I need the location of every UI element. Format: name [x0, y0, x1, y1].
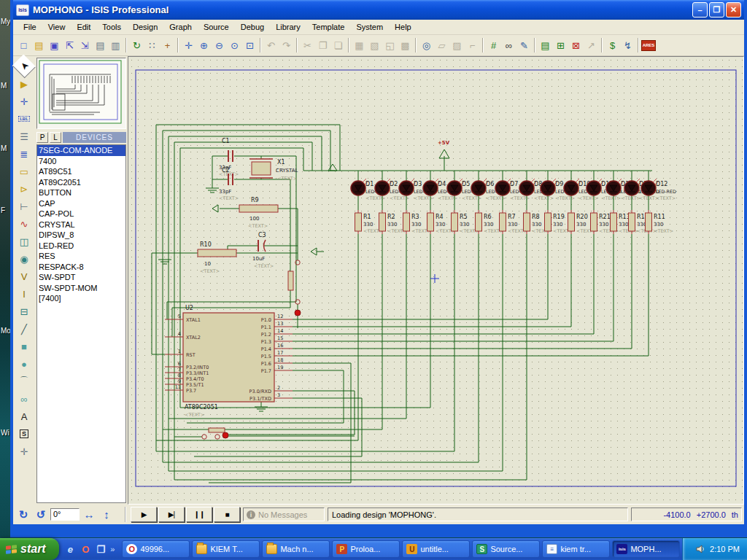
2d-line-mode-icon[interactable]: ╱ — [15, 321, 33, 337]
device-item[interactable]: SW-SPDT-MOM — [37, 283, 125, 294]
restore-button[interactable]: ❐ — [709, 2, 724, 18]
property-assignment-icon[interactable]: ✎ — [516, 38, 532, 52]
tape-recorder-mode-icon[interactable]: ◫ — [15, 233, 33, 249]
pan-icon[interactable]: ✛ — [181, 38, 196, 52]
device-item[interactable]: DIPSW_8 — [37, 230, 125, 241]
flip-vertical-button[interactable]: ↕ — [98, 508, 115, 522]
zoom-in-icon[interactable]: ⊕ — [196, 38, 212, 52]
redraw-icon[interactable]: ↻ — [129, 38, 144, 52]
import-section-icon[interactable]: ⇱ — [62, 38, 77, 52]
block-delete-icon[interactable]: ▩ — [398, 38, 413, 52]
undo-icon[interactable]: ↶ — [263, 38, 279, 52]
task-button[interactable]: Uuntitle... — [402, 540, 470, 558]
graph-mode-icon[interactable]: ∿ — [15, 216, 33, 232]
device-item[interactable]: RES — [37, 251, 125, 262]
volume-icon[interactable] — [696, 545, 705, 553]
step-button[interactable]: ▶| — [158, 507, 185, 522]
remove-sheet-icon[interactable]: ⊠ — [568, 38, 584, 52]
desktop-icon-label[interactable]: Wi — [1, 429, 10, 437]
quicklaunch-shortcut-icon[interactable]: ❐ — [95, 543, 107, 555]
zoom-all-icon[interactable]: ⊙ — [227, 38, 242, 52]
redo-icon[interactable]: ↷ — [279, 38, 294, 52]
decompose-icon[interactable]: ⌐ — [465, 38, 480, 52]
pick-device-icon[interactable]: ◎ — [419, 38, 434, 52]
menu-source[interactable]: Source — [198, 21, 235, 33]
task-button[interactable]: KIEM T... — [192, 540, 260, 558]
task-button[interactable]: SSource... — [472, 540, 540, 558]
device-item[interactable]: RESPACK-8 — [37, 262, 125, 273]
packaging-tool-icon[interactable]: ▨ — [449, 38, 465, 52]
device-item[interactable]: [7400] — [37, 293, 125, 304]
menu-system[interactable]: System — [350, 21, 389, 33]
menu-graph[interactable]: Graph — [163, 21, 198, 33]
false-origin-icon[interactable]: + — [160, 38, 175, 52]
terminal-mode-icon[interactable]: ⊳ — [15, 181, 33, 197]
current-probe-mode-icon[interactable]: I — [15, 286, 33, 302]
export-section-icon[interactable]: ⇲ — [77, 38, 93, 52]
text-script-mode-icon[interactable]: ☰ — [15, 128, 33, 144]
menu-tools[interactable]: Tools — [96, 21, 127, 33]
2d-circle-mode-icon[interactable]: ● — [15, 356, 33, 372]
desktop-icon-label[interactable]: My — [1, 18, 10, 26]
goto-sheet-icon[interactable]: ↗ — [584, 38, 599, 52]
quicklaunch-chevron-icon[interactable]: » — [110, 545, 115, 553]
desktop-icon-label[interactable]: M — [1, 82, 10, 90]
menu-debug[interactable]: Debug — [235, 21, 270, 33]
paste-icon[interactable]: ❏ — [330, 38, 346, 52]
device-pin-mode-icon[interactable]: ⊢ — [15, 198, 33, 214]
device-item[interactable]: SW-SPDT — [37, 272, 125, 283]
rotate-ccw-button[interactable]: ↺ — [33, 508, 49, 522]
menu-template[interactable]: Template — [306, 21, 351, 33]
mark-output-area-icon[interactable]: ▥ — [108, 38, 123, 52]
device-item[interactable]: 7400 — [37, 156, 125, 167]
device-item[interactable]: 7SEG-COM-ANODE — [37, 145, 125, 156]
voltage-probe-mode-icon[interactable]: V — [15, 268, 33, 284]
open-folder-icon[interactable]: ▤ — [31, 38, 47, 52]
bill-of-materials-icon[interactable]: $ — [605, 38, 620, 52]
desktop-icon-label[interactable]: F — [1, 206, 10, 214]
menu-library[interactable]: Library — [270, 21, 306, 33]
device-item[interactable]: CAP-POL — [37, 209, 125, 219]
desktop-icon-label[interactable]: M — [1, 144, 10, 152]
wire-label-mode-icon[interactable]: LBL — [15, 111, 33, 127]
device-item[interactable]: CAP — [37, 198, 125, 209]
2d-marker-mode-icon[interactable]: ✛ — [15, 443, 33, 459]
selection-mode-icon[interactable]: ➤ — [12, 55, 36, 79]
device-item[interactable]: BUTTON — [37, 187, 125, 198]
zoom-out-icon[interactable]: ⊖ — [212, 38, 227, 52]
start-button[interactable]: start — [0, 538, 59, 560]
electrical-rule-check-icon[interactable]: ↯ — [620, 38, 635, 52]
wire-autorouter-icon[interactable]: # — [486, 38, 501, 52]
task-button[interactable]: PProloa... — [332, 540, 400, 558]
copy-icon[interactable]: ❐ — [315, 38, 330, 52]
minimize-button[interactable]: – — [692, 2, 708, 18]
search-tag-icon[interactable]: ∞ — [501, 38, 516, 52]
rotate-cw-button[interactable]: ↻ — [15, 508, 31, 522]
2d-arc-mode-icon[interactable]: ⌒ — [15, 373, 33, 389]
stop-button[interactable]: ■ — [214, 507, 240, 522]
save-icon[interactable]: ▣ — [47, 38, 62, 52]
make-device-icon[interactable]: ▱ — [434, 38, 449, 52]
menu-file[interactable]: File — [18, 21, 42, 33]
close-button[interactable]: ✕ — [726, 2, 741, 18]
task-button[interactable]: Mach n... — [262, 540, 330, 558]
netlist-to-ares-icon[interactable]: ARES — [641, 40, 656, 51]
print-icon[interactable]: ▤ — [93, 38, 108, 52]
cut-icon[interactable]: ✂ — [300, 38, 315, 52]
titlebar[interactable]: isis MOPHONG - ISIS Professional – ❐ ✕ — [13, 0, 744, 20]
junction-dot-mode-icon[interactable]: ✛ — [15, 93, 33, 109]
angle-input[interactable]: 0° — [50, 508, 80, 521]
device-item[interactable]: LED-RED — [37, 241, 125, 252]
design-explorer-icon[interactable]: ▤ — [538, 38, 553, 52]
generator-mode-icon[interactable]: ◉ — [15, 251, 33, 267]
pick-devices-button[interactable]: P — [36, 132, 48, 143]
block-rotate-icon[interactable]: ◱ — [382, 38, 398, 52]
subcircuit-mode-icon[interactable]: ▭ — [15, 163, 33, 179]
desktop-icon-label[interactable]: Mo — [1, 327, 10, 335]
play-button[interactable]: ▶ — [131, 507, 157, 522]
device-item[interactable]: CRYSTAL — [37, 219, 125, 230]
zoom-area-icon[interactable]: ⊡ — [242, 38, 258, 52]
grid-toggle-icon[interactable]: ∷ — [144, 38, 160, 52]
2d-symbol-mode-icon[interactable]: S — [15, 426, 33, 442]
2d-box-mode-icon[interactable]: ■ — [15, 338, 33, 354]
